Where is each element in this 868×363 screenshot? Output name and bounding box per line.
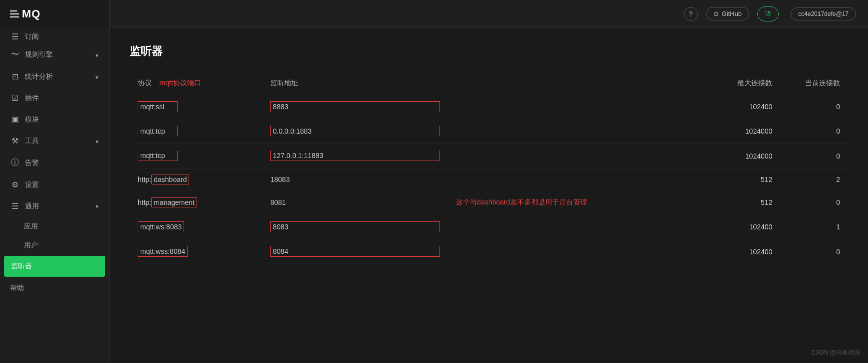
cell-protocol: mqtt:tcp	[130, 144, 262, 169]
cell-annotation	[448, 144, 648, 169]
table-row: http:management 8081 这个与dashboard差不多都是用于…	[130, 191, 848, 214]
sidebar-item-alerts[interactable]: ⓘ 告警	[0, 152, 109, 174]
mqtt-ssl-box: mqtt:ssl	[138, 101, 178, 112]
mqtt-tcp2-box: mqtt:tcp	[138, 151, 178, 161]
cell-protocol: http:dashboard	[130, 169, 262, 191]
cell-listen: 18083	[262, 169, 448, 191]
help-icon: ?	[689, 10, 693, 18]
cell-annotation	[448, 169, 648, 191]
lang-button[interactable]: 译	[757, 6, 779, 21]
cell-protocol: http:management	[130, 191, 262, 214]
sidebar-rules-label: 规则引擎	[25, 50, 53, 59]
table-body: mqtt:ssl 8883 102400 0 mqtt:tcp	[130, 94, 848, 264]
cell-listen: 0.0.0.0:1883	[262, 119, 448, 144]
subscription-icon: ☰	[10, 32, 20, 41]
stats-chevron: ∨	[95, 73, 99, 80]
modules-icon: ▣	[10, 115, 20, 124]
sidebar-item-subscription-partial[interactable]: ☰ 订阅	[0, 30, 109, 43]
sidebar-item-stats[interactable]: ⊡ 统计分析 ∨	[0, 66, 109, 87]
main-area: ? ⊙ GitHub 译 cc4e2017defe@17 监听器 协议	[110, 0, 868, 363]
sidebar-stats-label: 统计分析	[25, 72, 53, 81]
stats-icon: ⊡	[10, 72, 20, 81]
mqtt-tcp2-port-box: 127.0.0.1:11883	[270, 151, 440, 161]
table-row: mqtt:tcp 0.0.0.0:1883 1024000 0	[130, 119, 848, 144]
mqtt-tcp-port-box: 0.0.0.0:1883	[270, 126, 440, 136]
sidebar-item-listener[interactable]: 监听器	[4, 256, 105, 277]
sidebar-item-plugins[interactable]: ☑ 插件	[0, 87, 109, 109]
wss-box: mqtt:wss:8084	[138, 246, 188, 257]
cell-maxconn: 512	[648, 191, 780, 214]
sidebar-nav: ☰ 订阅 〜 规则引擎 ∨ ⊡ 统计分析 ∨ ☑ 插件 ▣ 模块 ⚒ 工具 ∨ …	[0, 28, 109, 363]
alerts-icon: ⓘ	[10, 158, 20, 168]
sidebar-bottom-label: 帮助	[10, 284, 24, 293]
watermark: CSDN @乌鱼鸡汤	[811, 349, 860, 357]
cell-curconn: 0	[780, 119, 848, 144]
management-box: management	[151, 197, 197, 207]
col-protocol: 协议 mqtt协议端口	[130, 73, 262, 94]
user-button[interactable]: cc4e2017defe@17	[791, 7, 856, 20]
mqtt-tcp-box: mqtt:tcp	[138, 126, 178, 136]
github-icon: ⊙	[713, 10, 719, 17]
sidebar-item-general[interactable]: ☰ 通用 ∧	[0, 195, 109, 217]
ws-port-box: 8083	[270, 221, 440, 232]
sidebar-general-label: 通用	[25, 202, 39, 211]
user-label: cc4e2017defe@17	[798, 10, 849, 17]
cell-protocol: mqtt:wss:8084	[130, 239, 262, 264]
table-row: mqtt:ws:8083 8083 102400 1	[130, 214, 848, 239]
sidebar-logo: MQ	[0, 0, 109, 28]
cell-annotation	[448, 94, 648, 119]
general-icon: ☰	[10, 201, 20, 211]
cell-listen: 8084	[262, 239, 448, 264]
cell-curconn: 2	[780, 169, 848, 191]
cell-maxconn: 1024000	[648, 144, 780, 169]
sidebar-item-settings[interactable]: ⚙ 设置	[0, 174, 109, 195]
cell-maxconn: 102400	[648, 214, 780, 239]
cell-maxconn: 102400	[648, 239, 780, 264]
logo-text: MQ	[22, 7, 40, 20]
cell-protocol: mqtt:ssl	[130, 94, 262, 119]
lang-label: 译	[765, 10, 771, 17]
plugins-icon: ☑	[10, 93, 20, 103]
sidebar-item-modules[interactable]: ▣ 模块	[0, 109, 109, 130]
tools-icon: ⚒	[10, 136, 20, 146]
sidebar-modules-label: 模块	[25, 115, 39, 124]
sidebar-item-tools[interactable]: ⚒ 工具 ∨	[0, 130, 109, 152]
logo-icon	[10, 10, 19, 17]
help-button[interactable]: ?	[684, 7, 698, 21]
tools-chevron: ∨	[95, 138, 99, 145]
sidebar-apps-label: 应用	[24, 222, 38, 231]
sidebar-subitem-users[interactable]: 用户	[0, 236, 109, 255]
table-row: mqtt:ssl 8883 102400 0	[130, 94, 848, 119]
page-title: 监听器	[130, 44, 848, 59]
cell-listen: 8081	[262, 191, 448, 214]
github-button[interactable]: ⊙ GitHub	[706, 7, 749, 20]
table-header: 协议 mqtt协议端口 监听地址 最大连接数 当前连接数	[130, 73, 848, 94]
col-annotation: mqtt协议端口	[160, 79, 201, 87]
col-maxconn: 最大连接数	[648, 73, 780, 94]
page-content: 监听器 协议 mqtt协议端口 监听地址 最大连接数 当前连接数	[110, 28, 868, 363]
listener-table: 协议 mqtt协议端口 监听地址 最大连接数 当前连接数	[130, 73, 848, 264]
management-annotation: 这个与dashboard差不多都是用于后台管理	[456, 198, 587, 206]
cell-curconn: 0	[780, 239, 848, 264]
topbar: ? ⊙ GitHub 译 cc4e2017defe@17	[110, 0, 868, 28]
rules-chevron: ∨	[95, 51, 99, 58]
col-spacer	[448, 73, 648, 94]
cell-annotation	[448, 214, 648, 239]
cell-protocol: mqtt:ws:8083	[130, 214, 262, 239]
col-curconn: 当前连接数	[780, 73, 848, 94]
sidebar-settings-label: 设置	[25, 181, 39, 189]
cell-listen: 8083	[262, 214, 448, 239]
general-chevron: ∧	[95, 203, 99, 210]
sidebar-item-bottom[interactable]: 帮助	[0, 278, 109, 299]
cell-curconn: 0	[780, 144, 848, 169]
mqtt-ssl-port-box: 8883	[270, 101, 440, 112]
cell-annotation	[448, 239, 648, 264]
ws-box: mqtt:ws:8083	[138, 221, 184, 232]
cell-curconn: 0	[780, 94, 848, 119]
sidebar-plugins-label: 插件	[25, 94, 39, 103]
sidebar: MQ ☰ 订阅 〜 规则引擎 ∨ ⊡ 统计分析 ∨ ☑ 插件 ▣ 模块 ⚒ 工具	[0, 0, 110, 363]
sidebar-item-rules[interactable]: 〜 规则引擎 ∨	[0, 43, 109, 66]
cell-listen: 8883	[262, 94, 448, 119]
col-listen: 监听地址	[262, 73, 448, 94]
sidebar-subitem-apps[interactable]: 应用	[0, 217, 109, 236]
